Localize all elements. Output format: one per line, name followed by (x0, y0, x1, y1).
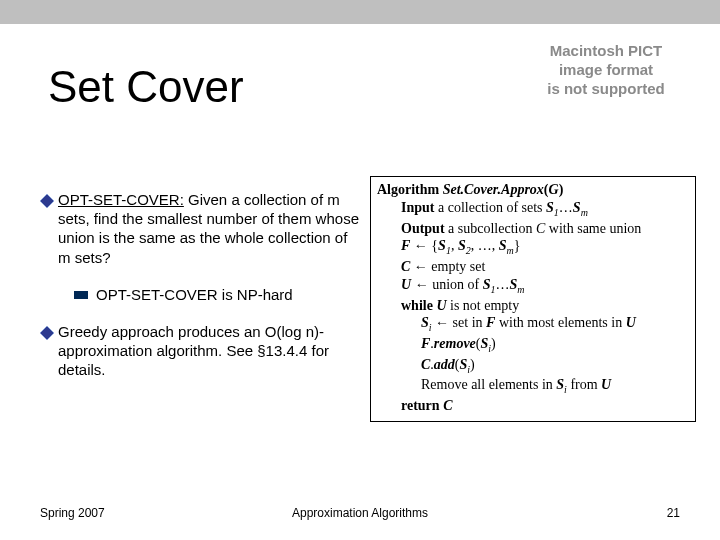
diamond-bullet-icon (40, 325, 58, 380)
algo-line-1: Input a collection of sets S1…Sm (401, 199, 689, 220)
pict-line-2: image format (516, 61, 696, 80)
pict-line-1: Macintosh PICT (516, 42, 696, 61)
algo-line-2: Output a subcollection C with same union (401, 220, 689, 238)
bullet-2-text: Greedy approach produces an O(log n)-app… (58, 322, 360, 380)
svg-marker-0 (40, 194, 54, 208)
bullet-1-lead: OPT-SET-COVER: (58, 191, 184, 208)
pict-line-3: is not supported (516, 80, 696, 99)
top-bar (0, 0, 720, 24)
slide-title: Set Cover (48, 62, 244, 112)
svg-marker-2 (40, 326, 54, 340)
bullet-1-sub-text: OPT-SET-COVER is NP-hard (96, 285, 360, 304)
algo-line-4: C ← empty set (401, 258, 689, 276)
algo-line-7: Si ← set in F with most elements in U (421, 314, 689, 335)
pict-placeholder: Macintosh PICT image format is not suppo… (516, 42, 696, 98)
bullet-1-sub: OPT-SET-COVER is NP-hard (74, 285, 360, 304)
algo-line-11: return C (401, 397, 689, 415)
algo-line-3: F ← {S1, S2, …, Sm} (401, 237, 689, 258)
slide: Set Cover Macintosh PICT image format is… (0, 0, 720, 540)
algorithm-box: Algorithm Set.Cover.Approx(G) Input a co… (370, 176, 696, 422)
algo-line-8: F.remove(Si) (421, 335, 689, 356)
square-bullet-icon (74, 291, 88, 299)
bullet-2: Greedy approach produces an O(log n)-app… (40, 322, 360, 380)
page-number: 21 (667, 506, 680, 520)
algo-line-9: C.add(Si) (421, 356, 689, 377)
bullet-1-text: OPT-SET-COVER: Given a collection of m s… (58, 190, 360, 267)
algo-line-5: U ← union of S1…Sm (401, 276, 689, 297)
algo-line-6: while U is not empty (401, 297, 689, 315)
footer-title: Approximation Algorithms (0, 506, 720, 520)
diamond-bullet-icon (40, 193, 58, 267)
algo-line-0: Algorithm Set.Cover.Approx(G) (377, 181, 689, 199)
bullet-1: OPT-SET-COVER: Given a collection of m s… (40, 190, 360, 267)
algo-line-10: Remove all elements in Si from U (421, 376, 689, 397)
left-column: OPT-SET-COVER: Given a collection of m s… (40, 190, 360, 380)
